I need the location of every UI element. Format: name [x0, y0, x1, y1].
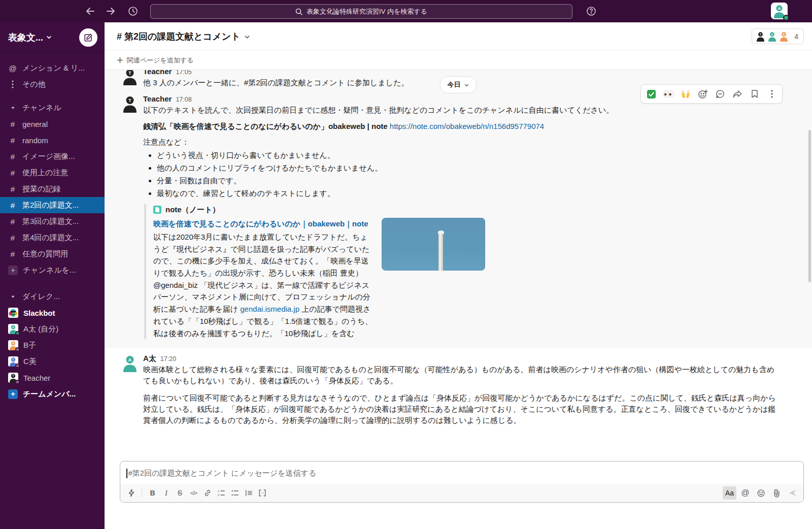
bullet-list-icon	[231, 489, 239, 497]
member-t-avatar: T	[755, 31, 766, 42]
sidebar-item-mentions[interactable]: @ メンション & リ...	[0, 60, 105, 76]
dm-teacher[interactable]: T Teacher	[0, 370, 105, 386]
mention-button[interactable]: @	[738, 486, 752, 500]
message-time[interactable]: 17:05	[176, 70, 191, 77]
sidebar-channel-usage-notes[interactable]: #使用上の注意	[0, 164, 105, 181]
strikethrough-button[interactable]: S	[173, 486, 187, 500]
ordered-list-icon: 12	[217, 489, 225, 497]
scrollbar-thumb[interactable]	[808, 130, 811, 282]
hash-icon: #	[8, 120, 17, 128]
bold-button[interactable]: B	[146, 486, 159, 500]
hash-icon: #	[8, 152, 17, 161]
teacher-message: T Teacher 17:08 以下のテキストを読んで、次回授業日の前日までに感…	[105, 90, 812, 348]
invite-teammates-button[interactable]: + チームメンバ...	[0, 386, 105, 402]
attach-file-button[interactable]	[770, 486, 784, 500]
teacher-avatar[interactable]: T	[121, 70, 139, 85]
history-button[interactable]	[127, 5, 139, 17]
send-button[interactable]	[786, 486, 799, 500]
new-message-button[interactable]	[79, 28, 97, 47]
sidebar-channel-random[interactable]: #random	[0, 132, 105, 148]
add-canvas-bar[interactable]: 関連ページを追加する	[105, 51, 812, 70]
message-time[interactable]: 17:20	[160, 354, 176, 363]
reply-thread-button[interactable]	[712, 86, 728, 102]
hash-icon: #	[8, 136, 17, 145]
ata-avatar[interactable]: A	[121, 354, 139, 372]
bullet-list-button[interactable]	[228, 486, 242, 500]
check-emoji-icon	[647, 89, 656, 99]
message-time[interactable]: 17:08	[176, 95, 191, 104]
channel-name: 任意の質問用	[22, 249, 68, 259]
sidebar-channel-questions[interactable]: #任意の質問用	[0, 246, 105, 262]
dm-name: C美	[23, 357, 37, 367]
chevron-down-icon	[244, 34, 250, 40]
blockquote-button[interactable]	[242, 486, 255, 500]
help-button[interactable]	[585, 5, 597, 17]
sidebar-channel-general[interactable]: #general	[0, 116, 105, 132]
sidebar-channel-class-records[interactable]: #授業の記録	[0, 181, 105, 197]
add-reaction-button[interactable]	[695, 86, 711, 102]
search-icon	[295, 8, 302, 15]
sidebar-channel-session4[interactable]: #第4回の課題文...	[0, 229, 105, 246]
svg-text:A: A	[778, 6, 781, 11]
date-divider-pill[interactable]: 今日	[440, 76, 477, 93]
dm-ata-self[interactable]: A A太 (自分)	[0, 321, 105, 337]
message-author[interactable]: Teacher	[143, 70, 172, 77]
forward-button[interactable]	[105, 5, 117, 17]
emoji-icon	[757, 489, 765, 498]
code-block-button[interactable]	[255, 486, 269, 500]
save-message-button[interactable]	[747, 86, 763, 102]
channel-header: # 第2回の課題文献とコメント T A B 4	[105, 22, 812, 51]
caret-down-icon	[8, 294, 17, 299]
user-avatar[interactable]: A	[771, 3, 788, 19]
message-author[interactable]: A太	[143, 353, 156, 364]
inline-code-button[interactable]: </>	[187, 486, 200, 500]
teacher-avatar[interactable]: T	[121, 94, 139, 113]
svg-text:A: A	[771, 33, 773, 36]
preview-site-name: note（ノート）	[165, 204, 220, 215]
sidebar-channel-session2-selected[interactable]: #第2回の課題文...	[0, 197, 105, 213]
channel-name: 第3回の課題文...	[22, 217, 79, 226]
teacher-avatar: T	[8, 373, 18, 383]
search-input[interactable]: 表象文化論特殊研究演習IV 内を検索する	[150, 4, 572, 19]
share-message-button[interactable]	[729, 86, 746, 102]
more-actions-button[interactable]	[764, 86, 780, 102]
back-button[interactable]	[84, 5, 96, 17]
presence-online-dot	[783, 15, 789, 21]
caret-down-icon	[8, 106, 17, 110]
dm-cmi[interactable]: C C美	[0, 353, 105, 370]
emoji-button[interactable]	[754, 486, 768, 500]
add-canvas-label: 関連ページを追加する	[127, 56, 194, 65]
sidebar-channel-image[interactable]: #イメージ画像...	[0, 148, 105, 164]
italic-button[interactable]: I	[159, 486, 173, 500]
channel-members-button[interactable]: T A B 4	[752, 28, 804, 44]
add-channel-button[interactable]: + チャンネルを...	[0, 262, 105, 278]
react-raised-hands-button[interactable]	[678, 86, 694, 102]
workspace-switcher[interactable]: 表象文...	[8, 31, 52, 44]
dm-bko[interactable]: B B子	[0, 337, 105, 353]
preview-inline-link[interactable]: gendai.ismedia.jp	[240, 305, 299, 313]
note-favicon-icon	[153, 206, 161, 214]
dm-section-header[interactable]: ダイレク...	[0, 288, 105, 305]
sidebar-item-more[interactable]: その他	[0, 76, 105, 92]
shortcuts-button[interactable]	[124, 486, 138, 500]
channel-title-button[interactable]: # 第2回の課題文献とコメント	[117, 30, 250, 43]
channel-name: 授業の記録	[22, 184, 60, 194]
preview-title-link[interactable]: 映画を倍速で見ることのなにがわるいのか｜obakeweb｜note	[153, 218, 375, 229]
link-button[interactable]	[200, 486, 214, 500]
hide-formatting-button[interactable]: Aa	[723, 486, 736, 500]
presence-offline-dot	[15, 347, 20, 352]
plus-icon: +	[8, 389, 18, 399]
ordered-list-button[interactable]: 12	[214, 486, 228, 500]
dm-slackbot[interactable]: Slackbot	[0, 305, 105, 321]
channels-section-header[interactable]: チャンネル	[0, 100, 105, 116]
sidebar-channel-session3[interactable]: #第3回の課題文...	[0, 213, 105, 229]
svg-text:2: 2	[217, 493, 219, 497]
react-check-button[interactable]	[643, 86, 659, 102]
reference-url-link[interactable]: https://note.com/obakeweb/n/n156d9577907…	[390, 122, 544, 130]
preview-thumbnail-tower-image[interactable]	[382, 218, 485, 271]
message-input[interactable]: #第2回の課題文献とコメント にメッセージを送信する	[120, 461, 803, 484]
message-author[interactable]: Teacher	[143, 93, 172, 105]
svg-text:1: 1	[217, 489, 219, 492]
react-eyes-button[interactable]	[660, 86, 676, 102]
ata-paragraph-2: 前者について回復不可能であると判断する見方はなさそうなので、ひとまず論点は「身体…	[143, 392, 776, 426]
